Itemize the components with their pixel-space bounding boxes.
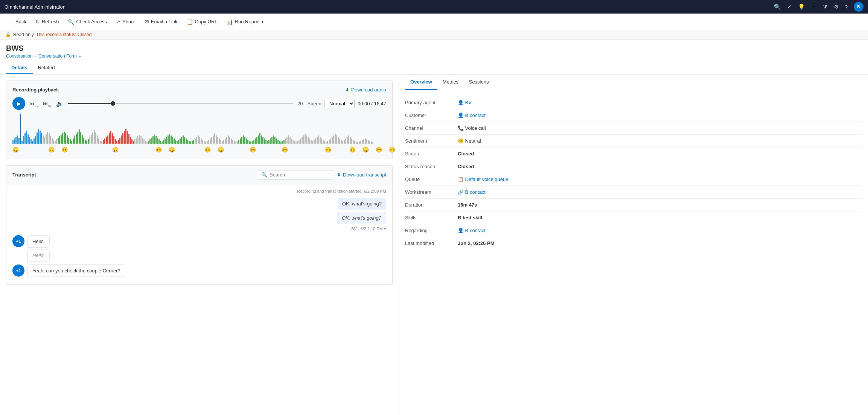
field-channel: Channel 📞 Voice call (405, 122, 862, 135)
audio-controls: ▶ ⏮10 ⏭60 🔉 20 (12, 97, 386, 110)
toolbar: ← Back ↻ Refresh 🔍 Check Access ↗ Share … (0, 14, 868, 30)
search-box[interactable]: 🔍 (258, 170, 333, 179)
volume-level: 20 (297, 101, 303, 106)
play-button[interactable]: ▶ (12, 97, 25, 110)
check-circle-icon[interactable]: ✓ (787, 3, 792, 10)
topbar-icons: 🔍 ✓ 💡 ＋ ⧩ ⚙ ? B (774, 2, 863, 12)
message-right-1: OK, what's going? (12, 198, 386, 210)
emoji-neutral-9: 😊 (376, 147, 382, 153)
download-transcript-button[interactable]: ⬇ Download transcript (337, 172, 386, 178)
volume-icon: 🔉 (56, 100, 64, 107)
field-value-customer[interactable]: 👤 B contact (458, 112, 486, 118)
emoji-neutral-2: 🙂 (61, 147, 68, 153)
check-access-button[interactable]: 🔍 Check Access (64, 17, 111, 27)
record-tabs: Details Related (6, 62, 862, 74)
neutral-icon: 😐 (458, 138, 464, 144)
tab-related[interactable]: Related (33, 62, 60, 74)
download-audio-button[interactable]: ⬇ Download audio (345, 87, 386, 93)
right-panel: Overview Metrics Sessions Primary agent … (399, 74, 868, 415)
breadcrumb-separator: · (35, 53, 36, 59)
bubble-left-1: Hello. (27, 235, 50, 248)
user-avatar[interactable]: B (854, 2, 863, 12)
field-value-status: Closed (458, 151, 474, 157)
tab-details[interactable]: Details (6, 62, 33, 74)
recording-section: Recording playback ⬇ Download audio ▶ ⏮1… (6, 81, 393, 159)
record-header: BWS Conversation · Conversation Form ▾ D… (0, 40, 868, 74)
filter-icon[interactable]: ⧩ (823, 3, 828, 10)
tab-overview[interactable]: Overview (405, 74, 437, 90)
field-value-primary-agent[interactable]: 👤 BV (458, 100, 472, 105)
field-value-skills: B test skill (458, 215, 482, 220)
emoji-neutral-5: 😊 (250, 147, 256, 153)
copy-url-button[interactable]: 📋 Copy URL (183, 17, 221, 27)
run-report-button[interactable]: 📊 Run Report ▾ (223, 17, 267, 27)
help-icon[interactable]: ? (845, 4, 848, 10)
skip-back-button[interactable]: ⏮10 (30, 99, 38, 108)
download-icon: ⬇ (337, 172, 341, 178)
share-icon: ↗ (116, 19, 120, 25)
person-icon: 👤 (458, 100, 464, 105)
emoji-neutral-3: 😊 (155, 147, 162, 153)
search-icon[interactable]: 🔍 (774, 3, 781, 10)
lightbulb-icon[interactable]: 💡 (798, 3, 805, 10)
download-icon: ⬇ (345, 87, 349, 93)
field-value-queue[interactable]: 📋 Default voice queue (458, 176, 509, 182)
run-report-icon: 📊 (227, 19, 233, 25)
field-label-status: Status (405, 151, 454, 157)
field-label-channel: Channel (405, 125, 454, 131)
readonly-label: Read-only (13, 32, 34, 37)
emoji-negative-3: 😞 (169, 147, 175, 153)
emoji-neutral-10: 😊 (389, 147, 395, 153)
topbar: Omnichannel Administration 🔍 ✓ 💡 ＋ ⧩ ⚙ ?… (0, 0, 868, 14)
field-queue: Queue 📋 Default voice queue (405, 173, 862, 186)
seek-handle[interactable] (111, 101, 115, 106)
field-skills: Skills B test skill (405, 211, 862, 224)
waveform-container[interactable] (12, 114, 386, 144)
email-link-button[interactable]: ✉ Email a Link (141, 17, 181, 27)
field-value-workstream[interactable]: 🔗 B contact (458, 189, 486, 195)
avatar-1: +1 (12, 235, 24, 247)
field-label-skills: Skills (405, 215, 454, 220)
breadcrumb-parent[interactable]: Conversation (6, 53, 33, 59)
bubble-meta-1: BV - 6/2 2:10 PM ▾ (12, 227, 386, 231)
transcript-controls: 🔍 ⬇ Download transcript (258, 170, 386, 179)
bubble-left-2: Hello. (27, 249, 50, 261)
skip-forward-button[interactable]: ⏭60 (43, 99, 52, 108)
share-button[interactable]: ↗ Share (112, 17, 139, 27)
seek-bar[interactable] (68, 103, 293, 104)
field-value-regarding[interactable]: 👤 B contact (458, 228, 486, 233)
playhead (20, 114, 21, 144)
emoji-neutral-8: 😊 (349, 147, 356, 153)
speed-select[interactable]: Normal 0.5x 0.75x 1.25x 1.5x 2x (324, 99, 355, 108)
main-split: Recording playback ⬇ Download audio ▶ ⏮1… (0, 74, 868, 415)
avatar-2: +1 (12, 265, 24, 277)
tab-sessions[interactable]: Sessions (464, 74, 494, 90)
message-left-2: +1 Yeah, can you check the couple Cerner… (12, 265, 386, 277)
emoji-neutral-4: 😊 (204, 147, 211, 153)
plus-icon[interactable]: ＋ (811, 3, 817, 11)
search-input[interactable] (270, 172, 330, 178)
bubble-right-1: OK, what's going? (338, 198, 386, 210)
field-customer: Customer 👤 B contact (405, 109, 862, 122)
field-label-workstream: Workstream (405, 189, 454, 195)
field-last-modified: Last modified Jun 2, 02:26 PM (405, 237, 862, 249)
time-display: 00:00 / 16:47 (358, 101, 386, 106)
settings-icon[interactable]: ⚙ (834, 3, 839, 10)
emoji-negative-5: 😞 (362, 147, 369, 153)
back-button[interactable]: ← Back (5, 17, 30, 27)
field-label-customer: Customer (405, 112, 454, 118)
breadcrumb-form[interactable]: Conversation Form (38, 53, 77, 59)
refresh-icon: ↻ (35, 19, 40, 25)
field-primary-agent: Primary agent 👤 BV (405, 96, 862, 109)
tab-metrics[interactable]: Metrics (437, 74, 464, 90)
refresh-button[interactable]: ↻ Refresh (32, 17, 63, 27)
volume-button[interactable]: 🔉 (56, 100, 64, 107)
field-regarding: Regarding 👤 B contact (405, 224, 862, 237)
seek-progress (68, 103, 113, 104)
info-section: Primary agent 👤 BV Customer 👤 B contact … (399, 90, 868, 255)
left-panel: Recording playback ⬇ Download audio ▶ ⏮1… (0, 74, 399, 415)
message-right-2: OK, what's going? (12, 212, 386, 224)
bubble-left-3: Yeah, can you check the couple Cerner? (27, 265, 125, 277)
skip-back-icon: ⏮10 (30, 100, 38, 106)
breadcrumb: Conversation · Conversation Form ▾ (6, 53, 862, 59)
